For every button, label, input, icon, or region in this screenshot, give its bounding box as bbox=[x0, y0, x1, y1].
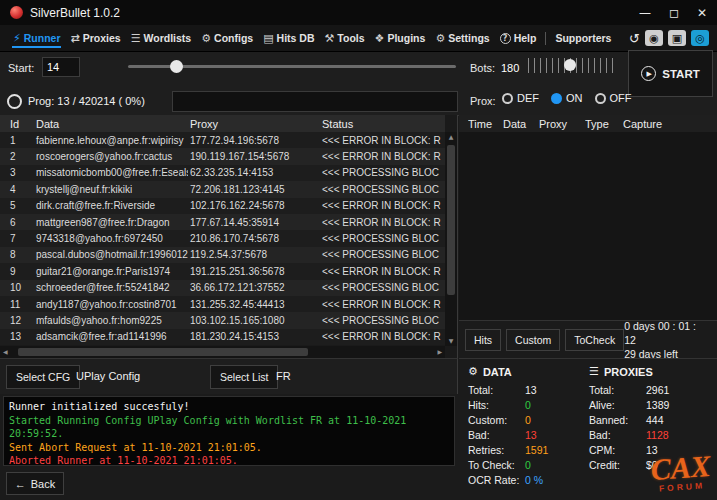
nav-item-tools[interactable]: ⚒Tools bbox=[323, 25, 365, 51]
start-slider-thumb[interactable] bbox=[170, 60, 183, 73]
nav-item-configs[interactable]: ⚙Configs bbox=[200, 25, 254, 51]
table-row[interactable]: 11andy1187@yahoo.fr:costin8701131.255.32… bbox=[0, 296, 445, 312]
nav-item-label: Runner bbox=[24, 32, 61, 44]
nav-item-supporters[interactable]: Supporters bbox=[554, 25, 612, 51]
vertical-scroll-thumb[interactable] bbox=[447, 145, 455, 295]
hits-tabs: HitsCustomToCheck bbox=[465, 329, 624, 351]
start-slider[interactable] bbox=[128, 65, 456, 68]
progress-ring-icon bbox=[7, 94, 22, 109]
table-row[interactable]: 9guitar21@orange.fr:Paris1974191.215.251… bbox=[0, 263, 445, 279]
nav-item-runner[interactable]: ⚡Runner bbox=[12, 25, 61, 51]
back-button[interactable]: ← Back bbox=[6, 472, 64, 495]
table-row[interactable]: 4krystellj@neuf.fr:kikiki72.206.181.123:… bbox=[0, 181, 445, 197]
column-header: Id bbox=[0, 118, 34, 130]
results-panel: IdDataProxyStatus 1fabienne.lehoux@anpe.… bbox=[0, 115, 458, 358]
stat-label: Total: bbox=[589, 383, 646, 398]
app-logo-icon bbox=[10, 6, 23, 19]
table-row[interactable]: 5dirk.craft@free.fr:Riverside102.176.162… bbox=[0, 198, 445, 214]
stat-label: Credit: bbox=[589, 458, 646, 473]
nav-item-settings[interactable]: ⚙Settings bbox=[434, 25, 490, 51]
eye-icon[interactable]: ◎ bbox=[691, 30, 709, 46]
table-row[interactable]: 2roscoerogers@yahoo.fr:cactus190.119.167… bbox=[0, 148, 445, 164]
nav-item-hits-db[interactable]: ▤Hits DB bbox=[262, 25, 315, 51]
cell-id: 6 bbox=[0, 217, 34, 228]
stat-label: Custom: bbox=[468, 413, 525, 428]
table-row[interactable]: 79743318@yahoo.fr:6972450210.86.170.74:5… bbox=[0, 230, 445, 246]
scroll-down-icon[interactable]: ▼ bbox=[449, 336, 454, 346]
maximize-button[interactable]: ◻ bbox=[669, 7, 679, 19]
cell-status: <<< ERROR IN BLOCK: R bbox=[320, 266, 445, 277]
plugin-icon: ❖ bbox=[375, 32, 385, 45]
timer: 0 days 00 : 01 : 12 29 days left bbox=[624, 319, 711, 361]
table-row[interactable]: 8pascal.dubos@hotmail.fr:19960122119.2.5… bbox=[0, 247, 445, 263]
log-line: Started Running Config UPlay Config with… bbox=[9, 414, 449, 441]
database-icon: ▤ bbox=[263, 32, 273, 45]
cell-status: <<< ERROR IN BLOCK: R bbox=[320, 299, 445, 310]
select-cfg-button[interactable]: Select CFG bbox=[6, 365, 80, 389]
stat-total: Total:13 bbox=[468, 383, 590, 398]
nav-item-proxies[interactable]: ⇄Proxies bbox=[69, 25, 121, 51]
prox-option-on[interactable]: ON bbox=[551, 92, 583, 104]
stat-total: Total:2961 bbox=[589, 383, 711, 398]
cell-data: mfaulds@yahoo.fr:hom9225 bbox=[34, 315, 188, 326]
nav-item-label: Proxies bbox=[83, 32, 121, 44]
column-header: Type bbox=[585, 118, 623, 130]
start-button[interactable]: ▶ START bbox=[628, 50, 713, 97]
nav-item-label: Tools bbox=[337, 32, 364, 44]
close-button[interactable]: ✕ bbox=[697, 7, 707, 19]
log-line: Sent Abort Request at 11-10-2021 21:01:0… bbox=[9, 441, 449, 455]
table-row[interactable]: 13adsamcik@free.fr:ad1141996181.230.24.1… bbox=[0, 329, 445, 345]
select-list-button[interactable]: Select List bbox=[210, 365, 278, 389]
proxies-stats-column: ☰ PROXIES Total:2961Alive:1389Banned:444… bbox=[589, 365, 711, 473]
cell-status: <<< PROCESSING BLOC bbox=[320, 282, 445, 293]
table-row[interactable]: 10schroeeder@free.fr:5524184236.66.172.1… bbox=[0, 280, 445, 296]
horizontal-scrollbar[interactable]: ◀ ▶ bbox=[0, 346, 445, 358]
hits-panel: TimeDataProxyTypeCapture HitsCustomToChe… bbox=[459, 115, 717, 358]
log-panel: Runner initialized succesfuly!Started Ru… bbox=[3, 396, 455, 466]
stat-credit: Credit:$0 bbox=[589, 458, 711, 473]
tab-tocheck[interactable]: ToCheck bbox=[565, 329, 624, 351]
camera-icon[interactable]: ◉ bbox=[645, 30, 663, 46]
table-row[interactable]: 6mattgreen987@free.fr:Dragon177.67.14.45… bbox=[0, 214, 445, 230]
gamepad-icon[interactable]: ▣ bbox=[668, 30, 686, 46]
table-row[interactable]: 12mfaulds@yahoo.fr:hom9225103.102.15.165… bbox=[0, 312, 445, 328]
nav-item-plugins[interactable]: ❖Plugins bbox=[374, 25, 427, 51]
cell-data: adsamcik@free.fr:ad1141996 bbox=[34, 331, 188, 342]
nav-item-help[interactable]: ?Help bbox=[499, 25, 538, 51]
configs-gear-icon: ⚙ bbox=[201, 32, 211, 45]
start-input[interactable] bbox=[42, 57, 80, 77]
lightning-icon: ⚡ bbox=[13, 32, 21, 45]
tab-custom[interactable]: Custom bbox=[506, 329, 560, 351]
cell-id: 13 bbox=[0, 331, 34, 342]
stat-label: OCR Rate: bbox=[468, 473, 525, 488]
stat-value: 0 bbox=[525, 458, 531, 473]
nav-item-wordlists[interactable]: ☰Wordlists bbox=[130, 25, 193, 51]
vertical-scrollbar[interactable]: ▲ ▼ bbox=[445, 132, 457, 346]
nav-item-label: Help bbox=[514, 32, 537, 44]
scroll-left-icon[interactable]: ◀ bbox=[3, 347, 8, 357]
prox-option-off[interactable]: OFF bbox=[595, 92, 632, 104]
scroll-right-icon[interactable]: ▶ bbox=[437, 347, 442, 357]
proxy-swap-icon: ⇄ bbox=[70, 32, 79, 45]
help-icon: ? bbox=[500, 33, 511, 44]
minimize-button[interactable]: — bbox=[639, 7, 651, 19]
bots-value[interactable]: 180 bbox=[501, 62, 519, 74]
bots-slider[interactable] bbox=[528, 58, 618, 73]
nav-item-label: Wordlists bbox=[144, 32, 192, 44]
scroll-up-icon[interactable]: ▲ bbox=[449, 132, 454, 142]
cell-id: 12 bbox=[0, 315, 34, 326]
cell-status: <<< ERROR IN BLOCK: R bbox=[320, 217, 445, 228]
column-header: Time bbox=[468, 118, 503, 130]
prox-option-def[interactable]: DEF bbox=[502, 92, 539, 104]
table-row[interactable]: 1fabienne.lehoux@anpe.fr:wipirisy177.72.… bbox=[0, 132, 445, 148]
bots-slider-thumb[interactable] bbox=[564, 59, 576, 71]
history-icon[interactable]: ↺ bbox=[629, 30, 640, 46]
tools-icon: ⚒ bbox=[324, 32, 334, 45]
stat-ocrrate: OCR Rate:0 % bbox=[468, 473, 590, 488]
stat-value: 2961 bbox=[646, 383, 669, 398]
tab-hits[interactable]: Hits bbox=[465, 329, 501, 351]
horizontal-scroll-thumb[interactable] bbox=[18, 348, 308, 356]
prox-options: DEFONOFF bbox=[502, 92, 632, 104]
nav-item-label: Supporters bbox=[555, 32, 611, 44]
table-row[interactable]: 3missatomicbomb00@free.fr:Eseals862.33.2… bbox=[0, 165, 445, 181]
